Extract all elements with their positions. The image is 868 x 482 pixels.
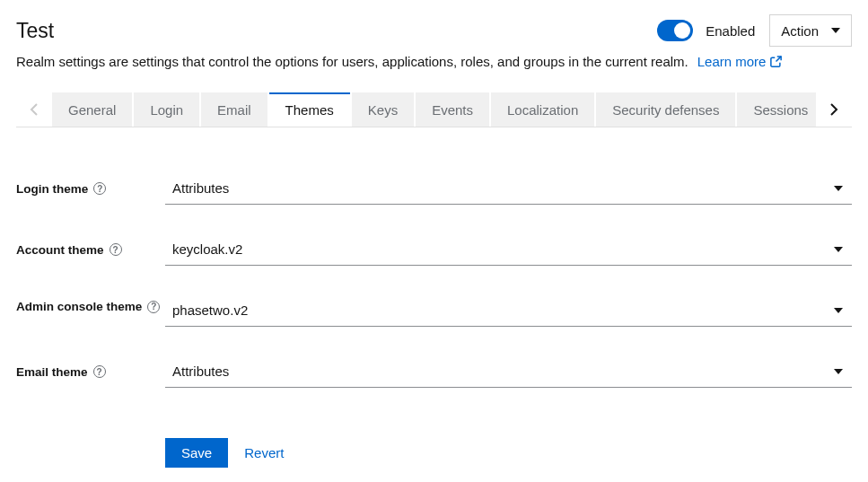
enabled-toggle[interactable] [657, 20, 693, 41]
action-dropdown[interactable]: Action [769, 14, 852, 47]
help-icon[interactable]: ? [93, 182, 106, 195]
account-theme-label: Account theme [16, 243, 104, 257]
tab-events[interactable]: Events [416, 92, 489, 127]
page-title: Test [16, 19, 54, 43]
learn-more-link[interactable]: Learn more [697, 54, 784, 69]
help-icon[interactable]: ? [93, 365, 106, 378]
tab-email[interactable]: Email [201, 92, 267, 127]
revert-button[interactable]: Revert [244, 445, 284, 460]
admin-console-theme-label: Admin console theme [16, 300, 142, 313]
email-theme-value: Attributes [172, 364, 229, 379]
help-icon[interactable]: ? [110, 243, 122, 256]
login-theme-value: Attributes [172, 180, 229, 196]
tabs-scroll-right[interactable] [816, 92, 852, 127]
caret-down-icon [834, 308, 843, 313]
account-theme-value: keycloak.v2 [172, 241, 242, 257]
tab-keys[interactable]: Keys [352, 92, 414, 127]
save-button[interactable]: Save [165, 438, 228, 468]
action-dropdown-label: Action [781, 23, 819, 39]
admin-console-theme-select[interactable]: phasetwo.v2 [165, 294, 852, 327]
tab-general[interactable]: General [52, 92, 132, 127]
caret-down-icon [834, 369, 843, 374]
login-theme-select[interactable]: Attributes [165, 172, 852, 205]
tab-security-defenses[interactable]: Security defenses [596, 92, 735, 127]
enabled-label: Enabled [706, 23, 755, 39]
account-theme-select[interactable]: keycloak.v2 [165, 233, 852, 266]
tab-list: General Login Email Themes Keys Events L… [52, 92, 816, 127]
caret-down-icon [834, 186, 843, 191]
learn-more-text: Learn more [697, 54, 767, 69]
tab-sessions[interactable]: Sessions [737, 92, 816, 127]
admin-console-theme-value: phasetwo.v2 [172, 302, 248, 318]
caret-down-icon [831, 28, 840, 33]
email-theme-select[interactable]: Attributes [165, 355, 852, 388]
email-theme-label: Email theme [16, 365, 88, 379]
page-description: Realm settings are settings that control… [16, 54, 688, 69]
tab-login[interactable]: Login [134, 92, 199, 127]
caret-down-icon [834, 247, 843, 252]
help-icon[interactable]: ? [147, 301, 160, 313]
tab-themes[interactable]: Themes [269, 92, 350, 127]
tab-localization[interactable]: Localization [491, 92, 594, 127]
external-link-icon [769, 55, 783, 68]
login-theme-label: Login theme [16, 182, 88, 196]
tabs-scroll-left [16, 92, 52, 127]
